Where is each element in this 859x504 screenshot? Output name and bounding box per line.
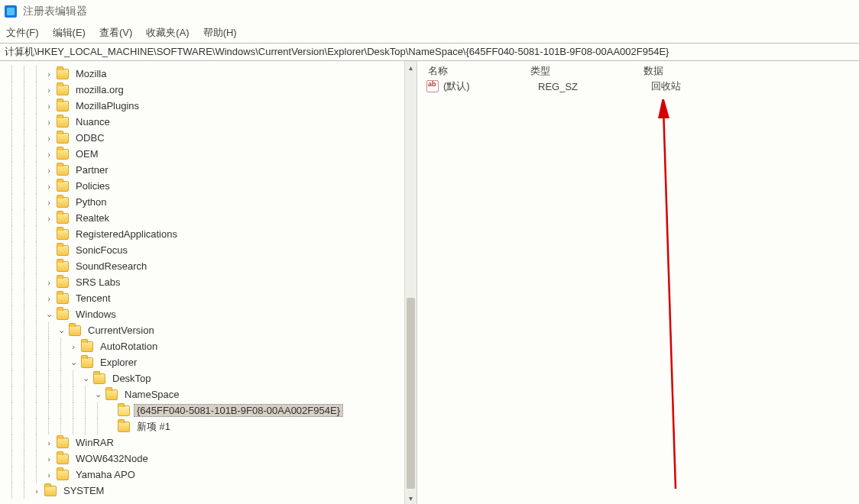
chevron-right-icon[interactable]: › [43, 198, 55, 207]
chevron-right-icon[interactable]: › [43, 166, 55, 175]
tree-item-label: {645FF040-5081-101B-9F08-00AA002F954E} [134, 404, 343, 417]
tree-item[interactable]: ›OEM [6, 146, 405, 162]
col-header-type[interactable]: 类型 [530, 64, 643, 78]
tree-item[interactable]: {645FF040-5081-101B-9F08-00AA002F954E} [6, 402, 405, 418]
tree-indent [18, 451, 31, 467]
tree-indent [67, 402, 79, 418]
tree-indent [6, 114, 18, 130]
tree-indent [79, 386, 92, 402]
menu-file[interactable]: 文件(F) [6, 26, 39, 40]
tree-item-label: mozilla.org [73, 83, 127, 96]
tree-item[interactable]: ›Nuance [6, 114, 405, 130]
tree-item[interactable]: ⌄NameSpace [6, 386, 405, 402]
tree-item[interactable]: ›AutoRotation [6, 338, 405, 354]
tree-item[interactable]: ⌄CurrentVersion [6, 322, 405, 338]
chevron-right-icon[interactable]: › [43, 470, 55, 480]
tree-item[interactable]: ›Mozilla [6, 66, 405, 82]
chevron-right-icon[interactable]: › [43, 102, 55, 111]
chevron-right-icon[interactable]: › [43, 294, 55, 303]
tree-indent [18, 354, 31, 370]
chevron-right-icon[interactable]: › [43, 438, 55, 447]
folder-icon [69, 325, 81, 336]
tree-item[interactable]: ›Tencent [6, 290, 405, 306]
tree-item-label: Mozilla [73, 67, 109, 80]
folder-icon [57, 69, 69, 79]
tree-item[interactable]: ⌄DeskTop [6, 370, 405, 386]
tree-item[interactable]: ›Python [6, 194, 405, 210]
tree-indent [18, 338, 31, 354]
menu-edit[interactable]: 编辑(E) [53, 26, 86, 40]
chevron-right-icon[interactable]: › [43, 278, 55, 287]
tree-item[interactable]: SonicFocus [6, 242, 405, 258]
tree-indent [55, 402, 67, 418]
tree-indent [31, 242, 43, 258]
tree-indent [55, 354, 67, 370]
tree-item-label: MozillaPlugins [73, 99, 142, 112]
tree-item-label: SRS Labs [73, 276, 124, 289]
tree-indent [6, 162, 18, 178]
tree-indent [6, 98, 18, 114]
tree-item[interactable]: ›MozillaPlugins [6, 98, 405, 114]
chevron-right-icon[interactable]: › [43, 182, 55, 191]
col-header-data[interactable]: 数据 [643, 64, 859, 78]
chevron-right-icon[interactable]: › [67, 342, 79, 351]
chevron-right-icon[interactable]: › [43, 134, 55, 143]
tree-indent [6, 306, 18, 322]
menu-view[interactable]: 查看(V) [99, 26, 132, 40]
chevron-down-icon[interactable]: ⌄ [43, 309, 55, 319]
tree-item[interactable]: ›WinRAR [6, 435, 405, 451]
chevron-right-icon[interactable]: › [31, 486, 43, 496]
tree-scrollbar[interactable]: ▴ ▾ [404, 61, 417, 504]
value-data: 回收站 [651, 79, 859, 93]
value-row[interactable]: (默认) REG_SZ 回收站 [417, 78, 859, 95]
registry-tree[interactable]: ›Mozilla›mozilla.org›MozillaPlugins›Nuan… [0, 61, 405, 504]
chevron-right-icon[interactable]: › [43, 454, 55, 464]
scroll-down-icon[interactable]: ▾ [405, 492, 417, 504]
tree-item[interactable]: ›Partner [6, 162, 405, 178]
chevron-down-icon[interactable]: ⌄ [55, 325, 67, 335]
tree-indent [31, 274, 43, 290]
folder-icon [44, 486, 57, 496]
tree-item[interactable]: ›Realtek [6, 210, 405, 226]
tree-item[interactable]: ›ODBC [6, 130, 405, 146]
chevron-right-icon[interactable]: › [43, 86, 55, 95]
chevron-right-icon[interactable]: › [43, 69, 55, 79]
tree-indent [18, 146, 31, 162]
tree-item-label: Windows [73, 308, 119, 321]
tree-item[interactable]: ›SRS Labs [6, 274, 405, 290]
tree-indent [18, 435, 31, 451]
tree-indent [31, 98, 43, 114]
tree-indent [6, 418, 18, 435]
chevron-right-icon[interactable]: › [43, 214, 55, 223]
address-bar[interactable]: 计算机\HKEY_LOCAL_MACHINE\SOFTWARE\Windows\… [0, 43, 859, 61]
chevron-down-icon[interactable]: ⌄ [92, 389, 104, 399]
tree-item[interactable]: SoundResearch [6, 258, 405, 274]
tree-item[interactable]: 新项 #1 [6, 418, 405, 435]
tree-indent [18, 370, 31, 386]
folder-icon [118, 422, 130, 432]
scroll-thumb[interactable] [407, 298, 415, 489]
tree-indent [79, 402, 92, 418]
tree-indent [6, 274, 18, 290]
scroll-up-icon[interactable]: ▴ [405, 61, 417, 73]
chevron-down-icon[interactable]: ⌄ [79, 373, 92, 383]
chevron-right-icon[interactable]: › [43, 150, 55, 159]
tree-item-label: RegisteredApplications [73, 228, 180, 241]
tree-indent [6, 354, 18, 370]
tree-item[interactable]: RegisteredApplications [6, 226, 405, 242]
tree-item[interactable]: ›Yamaha APO [6, 467, 405, 483]
col-header-name[interactable]: 名称 [417, 64, 530, 78]
menu-help[interactable]: 帮助(H) [203, 26, 237, 40]
tree-item[interactable]: ›Policies [6, 178, 405, 194]
tree-item[interactable]: ⌄Windows [6, 306, 405, 322]
folder-icon [57, 245, 69, 256]
menu-favorites[interactable]: 收藏夹(A) [146, 26, 189, 40]
tree-indent [55, 370, 67, 386]
tree-item[interactable]: ›WOW6432Node [6, 451, 405, 467]
tree-indent [18, 418, 31, 435]
tree-item[interactable]: ›mozilla.org [6, 82, 405, 98]
tree-item[interactable]: ⌄Explorer [6, 354, 405, 370]
tree-item[interactable]: ›SYSTEM [6, 483, 405, 499]
chevron-down-icon[interactable]: ⌄ [67, 357, 79, 367]
chevron-right-icon[interactable]: › [43, 118, 55, 127]
